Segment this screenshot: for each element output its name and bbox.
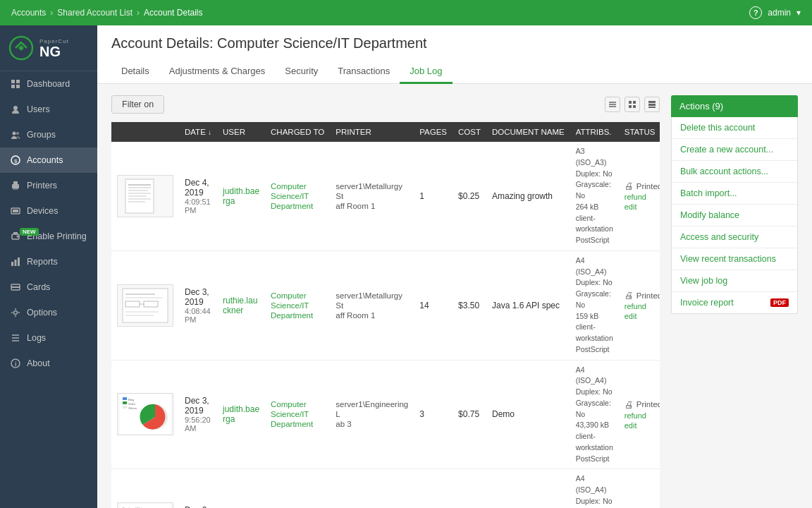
action-view-job-log[interactable]: View job log: [672, 270, 797, 292]
svg-rect-19: [15, 260, 17, 266]
status-label: Printed: [636, 291, 660, 300]
cell-status: 🖨Printed refund edit: [619, 360, 660, 469]
user-link[interactable]: judith.baerga: [223, 186, 259, 206]
user-link[interactable]: judith.baerga: [223, 404, 259, 424]
table-row: Number of Clicks: [111, 469, 660, 508]
breadcrumb-sep-1: ›: [50, 8, 53, 18]
svg-rect-3: [11, 85, 15, 88]
refund-link[interactable]: refund: [625, 193, 646, 201]
refund-link[interactable]: refund: [625, 302, 646, 310]
refund-link[interactable]: refund: [625, 411, 646, 420]
cell-status: 🖨Printed refund edit: [619, 250, 660, 360]
sidebar-item-reports[interactable]: Reports: [0, 249, 97, 274]
page-title: Account Details: Computer Science/IT Dep…: [111, 35, 798, 52]
col-header-cost[interactable]: COST: [453, 122, 486, 142]
cell-cost: $3.50: [453, 250, 486, 360]
top-nav: Accounts › Shared Account List › Account…: [0, 0, 812, 25]
page-header: Account Details: Computer Science/IT Dep…: [97, 25, 812, 84]
cell-user: judith.baerga: [217, 360, 265, 469]
dept-link[interactable]: Computer Science/ITDepartment: [271, 291, 313, 320]
cell-status: 🖨Printed refund edit: [619, 142, 660, 250]
sidebar-label-options: Options: [27, 308, 57, 318]
breadcrumb-accounts[interactable]: Accounts: [11, 8, 46, 18]
sidebar-item-logs[interactable]: Logs: [0, 325, 97, 351]
tab-details[interactable]: Details: [111, 60, 159, 84]
cell-printer: server1\Metallurgy Staff Room 1: [330, 142, 414, 250]
cards-icon: [10, 282, 21, 293]
sidebar-item-groups[interactable]: Groups: [0, 122, 97, 147]
sidebar-item-devices[interactable]: Devices: [0, 198, 97, 224]
cell-user: ruthie.lauckner: [217, 469, 265, 508]
sidebar-label-users: Users: [27, 104, 50, 114]
cell-printer: server1\Metallurgy Staff Room 1: [330, 469, 414, 508]
tab-job-log[interactable]: Job Log: [400, 60, 452, 84]
cell-attribs: A4 (ISO_A4)Duplex: NoGrayscale:No159 kBc…: [570, 250, 619, 360]
action-bulk-account[interactable]: Bulk account actions...: [672, 161, 797, 183]
col-header-attribs[interactable]: ATTRIBS.: [570, 122, 619, 142]
col-header-charged-to[interactable]: CHARGED TO: [265, 122, 330, 142]
cell-pages: 1: [414, 142, 453, 250]
actions-count: 9: [715, 101, 720, 111]
help-icon[interactable]: ?: [749, 6, 762, 19]
filter-button[interactable]: Filter on: [111, 95, 164, 114]
tab-security[interactable]: Security: [275, 60, 328, 84]
cell-doc-name: Java 1.6 API spec: [486, 250, 570, 360]
svg-rect-58: [123, 401, 127, 404]
action-delete-account[interactable]: Delete this account: [672, 117, 797, 139]
sidebar: PaperCut NG Dashboard Users Groups $: [0, 25, 97, 508]
col-header-pages[interactable]: PAGES: [414, 122, 453, 142]
about-icon: i: [10, 358, 21, 369]
svg-point-7: [16, 132, 19, 135]
cell-charged-to: Computer Science/ITDepartment: [265, 360, 330, 469]
cell-doc-name: Demo: [486, 360, 570, 469]
action-invoice-report[interactable]: Invoice report PDF: [672, 292, 797, 313]
pie-chart-thumbnail: Blog Video Others: [117, 393, 173, 435]
admin-label[interactable]: admin: [768, 8, 791, 18]
cell-attribs: A4 (ISO_A4)Duplex: NoGrayscale:No43,390 …: [570, 360, 619, 469]
svg-text:Others: Others: [128, 406, 137, 410]
svg-text:Blog: Blog: [128, 398, 134, 401]
dept-link[interactable]: Computer Science/ITDepartment: [271, 182, 313, 210]
sidebar-item-cards[interactable]: Cards: [0, 274, 97, 300]
breadcrumb: Accounts › Shared Account List › Account…: [11, 8, 202, 18]
sidebar-item-options[interactable]: Options: [0, 300, 97, 325]
svg-rect-2: [16, 80, 20, 83]
actions-header: Actions (9): [671, 95, 798, 117]
col-header-status[interactable]: STATUS: [619, 122, 660, 142]
accounts-icon: $: [10, 155, 21, 166]
grid-view-icon[interactable]: [625, 97, 640, 112]
tile-view-icon[interactable]: [644, 97, 660, 112]
col-header-printer[interactable]: PRINTER: [330, 122, 414, 142]
col-header-doc-name[interactable]: DOCUMENT NAME: [486, 122, 570, 142]
svg-point-23: [14, 311, 18, 315]
edit-link[interactable]: edit: [625, 421, 637, 430]
edit-link[interactable]: edit: [625, 312, 637, 320]
printer-link: server1\Engineering Lab 3: [336, 400, 408, 428]
action-view-recent-transactions[interactable]: View recent transactions: [672, 248, 797, 270]
sidebar-item-printers[interactable]: Printers: [0, 173, 97, 198]
action-access-security[interactable]: Access and security: [672, 226, 797, 248]
sidebar-label-reports: Reports: [27, 257, 58, 267]
dept-link[interactable]: Computer Science/ITDepartment: [271, 400, 313, 428]
tab-transactions[interactable]: Transactions: [328, 60, 400, 84]
sidebar-item-accounts[interactable]: $ Accounts: [0, 147, 97, 173]
sidebar-item-users[interactable]: Users: [0, 97, 97, 122]
tab-adjustments[interactable]: Adjustments & Charges: [159, 60, 276, 84]
groups-icon: [10, 129, 21, 140]
action-create-account[interactable]: Create a new account...: [672, 139, 797, 161]
sidebar-item-about[interactable]: i About: [0, 351, 97, 376]
edit-link[interactable]: edit: [625, 202, 637, 211]
action-batch-import[interactable]: Batch import...: [672, 183, 797, 205]
cell-date: Dec 3, 20199:56:20 AM: [179, 360, 217, 469]
sidebar-item-enable-printing[interactable]: NEW Enable Printing: [0, 224, 97, 249]
col-header-user[interactable]: USER: [217, 122, 265, 142]
col-header-date[interactable]: DATE ↓: [179, 122, 217, 142]
sidebar-item-dashboard[interactable]: Dashboard: [0, 71, 97, 97]
user-link[interactable]: ruthie.lauckner: [223, 296, 257, 315]
action-modify-balance[interactable]: Modify balance: [672, 205, 797, 226]
table-area: Filter on: [111, 95, 660, 508]
list-view-icon[interactable]: [605, 97, 620, 112]
breadcrumb-shared-account-list[interactable]: Shared Account List: [57, 8, 133, 18]
logo-text-area: PaperCut NG: [39, 38, 69, 59]
svg-rect-1: [11, 80, 15, 83]
